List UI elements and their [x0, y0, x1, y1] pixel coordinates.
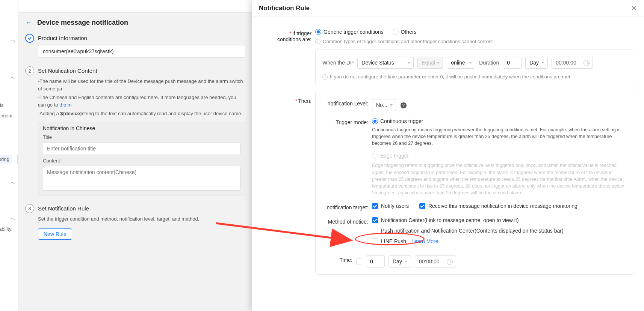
method-of-notice-label: Method of notice: — [322, 217, 372, 225]
checkbox-notify-users[interactable]: Notify users — [372, 203, 409, 209]
then-label: *Then: — [270, 96, 315, 275]
checkbox-push-notification[interactable]: Push notification and Notification Cente… — [372, 228, 627, 234]
chevron-up-icon[interactable]: ヘ — [11, 38, 15, 44]
radio-continuous-trigger[interactable]: Continuous trigger — [372, 118, 423, 124]
help-icon[interactable]: ? — [401, 102, 407, 108]
page-title: Device message notification — [37, 19, 128, 27]
step-marker-3: 3 — [25, 204, 34, 213]
sidebar-frag-text: gement — [0, 113, 12, 119]
notification-level-select[interactable]: No... — [372, 99, 396, 111]
radio-edge-trigger: Edge trigger — [372, 153, 409, 159]
radio-others[interactable]: Others — [393, 29, 417, 35]
time-number-input[interactable] — [366, 255, 385, 267]
panel-heading: Notification in Chinese — [43, 125, 240, 131]
radio-generic-trigger[interactable]: Generic trigger conditions — [315, 29, 384, 35]
back-arrow-icon[interactable]: ← — [25, 19, 32, 27]
dp-select[interactable]: Device Status — [357, 57, 414, 69]
checkbox-line-push[interactable]: LINE PushLearn More — [372, 238, 627, 244]
learn-more-link[interactable]: Learn More — [411, 238, 438, 244]
sidebar-frag-text[interactable]: oring — [0, 155, 12, 164]
notification-rule-drawer: Notification Rule ✕ *If trigger conditio… — [252, 0, 644, 311]
step-title: Set Notification Content — [38, 68, 245, 74]
step-title: Product Information — [38, 35, 245, 41]
chevron-up-icon[interactable]: ヘ — [11, 216, 15, 222]
multilang-link[interactable]: the m — [59, 102, 72, 108]
step-notification-rule: 3 Set Notification Rule Set the trigger … — [38, 205, 245, 240]
step-desc: -Adding a ${device}string to the text ca… — [38, 110, 245, 117]
close-icon[interactable]: ✕ — [631, 4, 637, 13]
edge-trigger-desc: Edge triggering refers to triggering onc… — [372, 162, 627, 196]
notification-level-label: notification Level: — [322, 99, 372, 107]
time-label: Time: — [322, 255, 356, 263]
condition-box: When the DP Device Status Equal online D… — [315, 50, 634, 85]
time-value-input[interactable]: 00:00:00 — [415, 255, 456, 267]
duration-number-input[interactable] — [503, 57, 522, 69]
trigger-hint: iCommon types of trigger conditions and … — [315, 39, 634, 44]
step-notification-content: 2 Set Notification Content -The name wil… — [38, 68, 245, 195]
duration-label: Duration — [479, 60, 499, 66]
condition-hint: iIf you do not configure the time parame… — [322, 74, 627, 80]
step-marker-done — [25, 34, 34, 43]
step-product-information: Product Information consumer(ae0wpuk37sg… — [38, 35, 245, 58]
time-unit-select[interactable]: Day — [389, 255, 411, 267]
notification-target-label: notification target: — [322, 203, 372, 210]
info-icon: i — [315, 39, 320, 44]
checkbox-receive-monitoring[interactable]: Receive this message notification in dev… — [419, 203, 577, 209]
notification-title-input[interactable] — [43, 142, 240, 155]
value-select[interactable]: online — [447, 57, 475, 69]
product-value[interactable]: consumer(ae0wpuk37sgiwstk) — [38, 45, 245, 58]
new-rule-button[interactable]: New Rule — [38, 228, 72, 240]
duration-unit-select[interactable]: Day — [525, 57, 548, 69]
when-dp-label: When the DP — [322, 60, 354, 66]
drawer-title: Notification Rule — [259, 5, 310, 12]
header-bar — [18, 0, 252, 13]
duration-time-input[interactable]: 00:00:00 — [552, 57, 593, 69]
notification-content-input[interactable] — [43, 166, 240, 191]
chevron-up-icon[interactable]: ヘ — [11, 180, 15, 186]
continuous-trigger-desc: Continuous triggering means triggering w… — [372, 126, 627, 147]
chevron-up-icon[interactable]: ヘ — [11, 75, 15, 81]
title-label: Title — [43, 134, 240, 140]
step-title: Set Notification Rule — [38, 205, 245, 212]
step-desc: -The name will be used for the title of … — [38, 78, 245, 92]
main-page: ← Device message notification Product In… — [18, 13, 252, 255]
chinese-panel: Notification in Chinese Title Content — [38, 122, 245, 195]
trigger-conditions-label: *If trigger conditions are: — [270, 29, 315, 85]
checkbox-notification-center[interactable]: Notification Center(Link to message cent… — [372, 217, 627, 223]
trigger-mode-label: Trigger mode: — [322, 118, 372, 125]
step-marker-2: 2 — [25, 66, 34, 75]
step-desc: Set the trigger condition and method, no… — [38, 215, 245, 223]
step-desc: -The Chinese and English contents are co… — [38, 94, 245, 108]
info-icon: i — [322, 74, 328, 80]
operator-select[interactable]: Equal — [417, 57, 443, 69]
sidebar-frag-text: ails — [0, 102, 4, 108]
sidebar-frag-text: pability — [0, 226, 11, 232]
checkbox-time-enable[interactable] — [356, 258, 362, 264]
then-box: notification Level: No... ? Trigger mode… — [315, 92, 634, 275]
check-icon — [27, 36, 32, 41]
sidebar: n ヘ ヘ ails gement e oring t ヘ ヘ pability… — [0, 0, 18, 311]
content-label: Content — [43, 158, 240, 164]
